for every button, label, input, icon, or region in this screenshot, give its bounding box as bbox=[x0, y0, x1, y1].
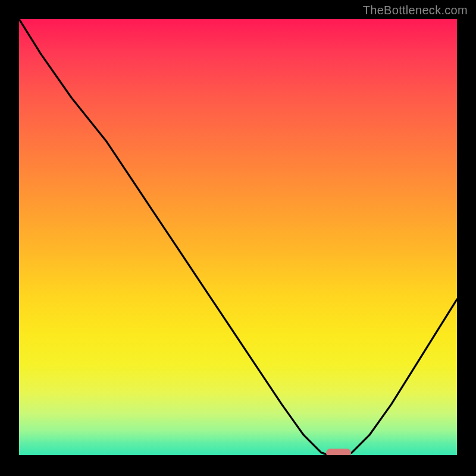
watermark-label: TheBottleneck.com bbox=[363, 4, 468, 17]
chart-frame: TheBottleneck.com bbox=[0, 0, 476, 476]
chart-baseline bbox=[19, 455, 457, 457]
bottleneck-curve bbox=[19, 19, 457, 457]
